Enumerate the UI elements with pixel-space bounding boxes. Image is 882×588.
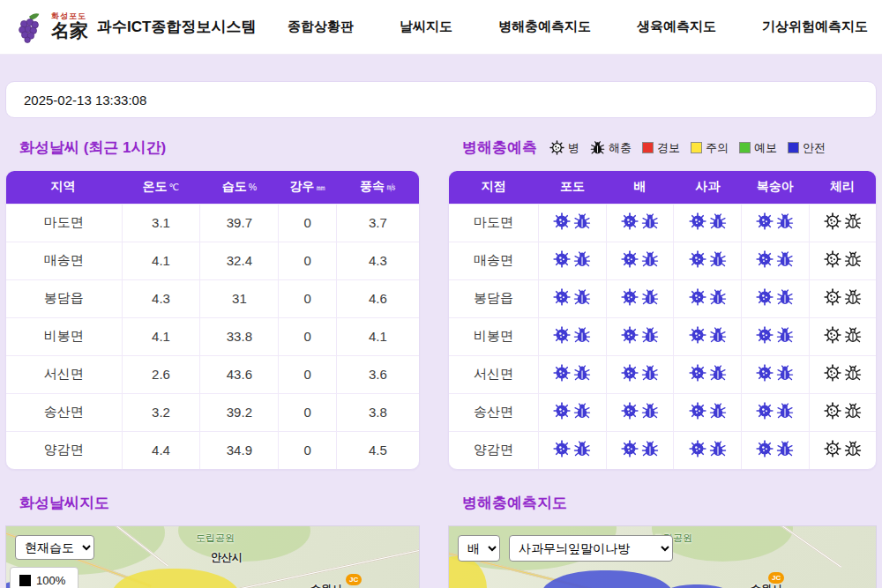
pest-icon [709,402,727,420]
pest-status-cell [539,431,607,469]
crop-select[interactable]: 배 [458,535,500,562]
legend-swatch [739,142,751,153]
pest-status-cell [809,317,876,355]
nav-item-0[interactable]: 종합상황판 [288,19,354,35]
pest-icon [573,364,591,382]
site-name: 봉담읍 [449,279,539,317]
disease-icon [553,288,571,306]
disease-icon [621,402,639,420]
logo[interactable]: 화성포도 名家 [12,11,88,44]
pest-icon [776,212,794,230]
weather-row: 서신면2.643.603.6 [6,355,419,393]
weather-value: 32.4 [200,242,279,279]
nav-item-2[interactable]: 병해충예측지도 [498,19,591,35]
nav-item-3[interactable]: 생육예측지도 [637,19,716,35]
disease-icon [824,440,841,458]
weather-value: 4.1 [122,317,200,355]
pest-col-header: 포도 [539,171,607,204]
weather-value: 3.1 [122,204,200,242]
weather-title: 화성날씨 (최근 1시간) [5,138,420,158]
pest-title: 병해충예측 [462,138,537,158]
site-name: 서신면 [449,355,539,393]
disease-icon [689,402,706,420]
weather-map-panel: 화성날씨지도 도립공원 안산시 수원시 JC 현재습도 100% [5,493,420,588]
pest-status-cell [606,431,674,469]
weather-value: 33.8 [200,317,279,355]
pest-status-cell [674,317,742,355]
pest-icon [709,212,727,230]
disease-icon [621,288,639,306]
disease-icon [689,250,706,268]
pest-map-controls: 배 사과무늬잎말이나방 [458,535,673,562]
legend-item-3: 주의 [691,140,729,156]
pest-row: 마도면 [449,204,876,242]
pest-icon [844,250,862,268]
main-nav: 종합상황판날씨지도병해충예측지도생육예측지도기상위험예측지도 [288,19,870,35]
nav-item-4[interactable]: 기상위험예측지도 [762,19,868,35]
region-name: 봉담읍 [6,279,122,317]
region-name: 비봉면 [6,317,122,355]
pest-icon [844,288,862,306]
pest-icon [641,440,659,458]
weather-value: 39.7 [200,204,279,242]
disease-icon [621,364,639,382]
weather-value: 0 [279,355,337,393]
weather-panel: 화성날씨 (최근 1시간) 지역온도℃습도%강우㎜풍속㎧ 마도면3.139.70… [5,138,420,470]
pest-status-cell [539,355,607,393]
disease-icon [553,402,571,420]
pest-status-cell [742,204,810,242]
legend-label: 예보 [754,140,777,156]
disease-icon [756,402,774,420]
weather-col-header: 지역 [6,171,122,204]
pest-status-cell [539,242,607,279]
weather-value: 4.3 [336,242,419,279]
weather-value: 3.6 [336,355,419,393]
disease-icon [621,212,639,230]
disease-icon [553,212,571,230]
pest-panel: 병해충예측 병해충경보주의예보안전 지점포도배사과복숭아체리 마도면매송면봉담읍… [448,138,877,470]
weather-value: 4.6 [336,279,419,317]
pest-icon [641,250,659,268]
weather-layer-select[interactable]: 현재습도 [15,535,94,560]
pest-col-header: 지점 [449,171,539,204]
pest-icon [573,212,591,230]
weather-map[interactable]: 도립공원 안산시 수원시 JC 현재습도 100% [5,525,420,588]
weather-value: 0 [279,242,337,279]
pest-status-cell [809,431,876,469]
disease-icon [689,440,706,458]
weather-row: 송산면3.239.203.8 [6,393,419,431]
legend-item-1: 해충 [590,140,632,156]
site-name: 비봉면 [449,317,539,355]
pest-icon [573,402,591,420]
map-region-yellow [112,569,240,588]
pest-legend: 병해충경보주의예보안전 [549,140,826,156]
pest-icon [641,364,659,382]
pest-status-cell [809,242,876,279]
legend-label: 병 [568,140,579,156]
disease-icon [756,440,774,458]
legend-label: 안전 [803,140,826,156]
disease-icon [824,212,841,230]
pest-row: 양감면 [449,431,876,469]
disease-icon [553,326,571,344]
pest-col-header: 배 [606,171,674,204]
disease-icon [756,326,774,344]
pest-icon [776,288,794,306]
pest-map[interactable]: 도립공원 수원시 JC 배 사과무늬잎말이나방 [448,525,877,588]
jc-badge: JC [768,572,784,584]
region-name: 양감면 [6,431,122,469]
pest-icon [573,326,591,344]
weather-col-header: 강우㎜ [279,171,337,204]
pest-status-cell [539,279,607,317]
pest-icon [709,364,727,382]
app-header: 화성포도 名家 과수ICT종합정보시스템 종합상황판날씨지도병해충예측지도생육예… [0,0,882,55]
pest-status-cell [809,393,876,431]
pest-icon [776,440,794,458]
region-name: 송산면 [6,393,122,431]
weather-col-header: 온도℃ [122,171,200,204]
pest-status-cell [742,355,810,393]
pest-type-select[interactable]: 사과무늬잎말이나방 [509,535,673,562]
nav-item-1[interactable]: 날씨지도 [400,19,452,35]
site-name: 송산면 [449,393,539,431]
region-name: 서신면 [6,355,122,393]
